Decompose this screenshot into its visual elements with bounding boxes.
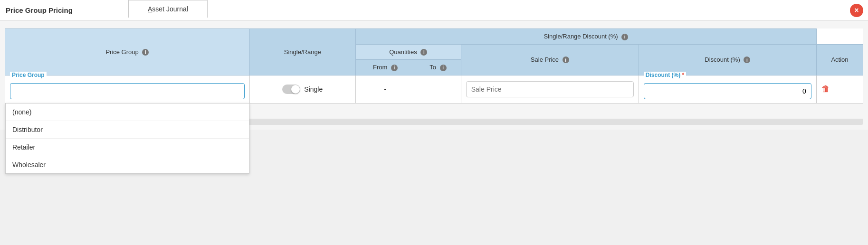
toggle-track (282, 85, 300, 94)
pricing-table: Price Group i Single/Range Single/Range … (5, 28, 863, 119)
discount-pct-col-header: Discount (%) i (639, 44, 816, 75)
to-cell (415, 75, 461, 103)
discount-info-icon: i (621, 34, 628, 40)
single-range-discount-col-header: Single/Range Discount (%) i (355, 29, 816, 45)
sale-price-col-header: Sale Price i (461, 44, 639, 75)
sale-price-info-icon: i (563, 57, 569, 63)
toggle-label: Single (304, 85, 323, 93)
table-row: Price Group (none) Distributor Retailer … (5, 75, 863, 103)
quantities-info-icon: i (420, 49, 427, 56)
to-info-icon: i (440, 65, 447, 71)
table-header-row-1: Price Group i Single/Range Single/Range … (5, 29, 863, 45)
sale-price-cell (461, 75, 639, 103)
discount-asterisk: * (682, 72, 685, 78)
dropdown-option-retailer[interactable]: Retailer (6, 139, 249, 156)
action-cell: 🗑 (816, 75, 863, 103)
sale-price-container (466, 81, 634, 97)
tab-label-rest: sset Journal (152, 5, 188, 13)
toggle-thumb (291, 85, 300, 94)
close-button[interactable]: × (850, 4, 863, 17)
delete-icon: 🗑 (821, 84, 830, 94)
quantities-col-header: Quantities i (355, 44, 461, 60)
discount-field-label: Discount (%) * (644, 72, 686, 78)
from-cell: - (355, 75, 415, 103)
asset-journal-tab[interactable]: Asset Journal (128, 0, 208, 18)
page-title: Price Group Pricing (6, 6, 73, 14)
single-range-toggle[interactable] (282, 85, 300, 94)
dropdown-option-distributor[interactable]: Distributor (6, 121, 249, 139)
toggle-container: Single (255, 85, 351, 94)
discount-input[interactable] (644, 83, 811, 99)
action-col-header: Action (816, 44, 863, 75)
discount-cell: Discount (%) * (639, 75, 816, 103)
price-group-input[interactable] (10, 83, 245, 99)
dropdown-option-wholesaler[interactable]: Wholesaler (6, 156, 249, 173)
price-group-field-label: Price Group (10, 72, 47, 78)
price-group-cell: Price Group (none) Distributor Retailer … (5, 75, 250, 103)
tab-underline-letter: A (148, 5, 152, 13)
main-content: Price Group i Single/Range Single/Range … (0, 21, 868, 130)
price-group-dropdown: (none) Distributor Retailer Wholesaler (5, 103, 249, 174)
to-col-header: To i (415, 60, 461, 75)
single-range-col-header: Single/Range (249, 29, 355, 75)
dropdown-option-none[interactable]: (none) (6, 104, 249, 121)
from-info-icon: i (391, 65, 398, 71)
single-range-cell: Single (249, 75, 355, 103)
top-bar: Price Group Pricing Asset Journal × (0, 0, 868, 21)
price-group-info-icon: i (142, 49, 149, 56)
sale-price-input[interactable] (466, 81, 634, 97)
delete-button[interactable]: 🗑 (821, 84, 830, 94)
discount-pct-info-icon: i (744, 57, 750, 63)
from-col-header: From i (355, 60, 415, 75)
price-group-col-header: Price Group i (5, 29, 250, 75)
